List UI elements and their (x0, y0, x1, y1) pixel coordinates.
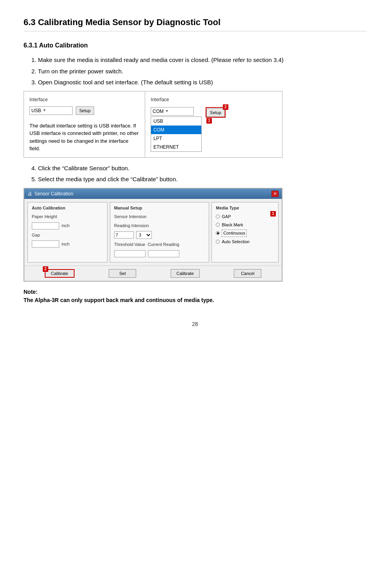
cancel-button[interactable]: Cancel (234, 269, 261, 278)
interface-select-com[interactable]: COM ▼ (151, 107, 194, 116)
page-number: 28 (24, 320, 366, 328)
radio-blackmark[interactable]: Black Mark (216, 222, 274, 228)
paper-height-input-row: inch (32, 222, 103, 229)
calibrate-badge-2: 2 (43, 266, 48, 272)
current-reading-label: Current Reading (148, 241, 179, 248)
reading-intension-select[interactable]: 3 (136, 231, 152, 239)
radio-circle-autoselection[interactable] (216, 240, 220, 244)
setup-button-left[interactable]: Setup (76, 106, 94, 115)
dialog-close-button[interactable]: ✕ (272, 191, 279, 197)
radio-autoselection[interactable]: Auto Selection (216, 238, 274, 245)
threshold-input[interactable] (114, 250, 146, 257)
threshold-row: Threshold Value Current Reading (114, 241, 205, 248)
note-title: Note: (24, 288, 366, 296)
dropdown-item-com[interactable]: COM (151, 126, 201, 134)
dropdown-item-lpt[interactable]: LPT (151, 134, 201, 143)
sensor-intension-label: Sensor Intension (114, 213, 147, 220)
dialog-title: Sensor Calibration (35, 190, 73, 197)
step-4: 4. Click the “Calibrate Sensor” button. (31, 164, 366, 173)
sensor-reading-values: 3 (114, 231, 205, 239)
dropdown-item-usb[interactable]: USB (151, 117, 201, 126)
dropdown-item-ethernet[interactable]: ETHERNET (151, 143, 201, 151)
set-button[interactable]: Set (109, 269, 136, 278)
paper-height-input[interactable] (32, 222, 59, 229)
radio-gap[interactable]: GAP (216, 213, 274, 220)
sensor-calibration-dialog: 🖨 Sensor Calibration ✕ Auto Calibration … (24, 188, 282, 282)
gap-row: Gap (32, 232, 103, 238)
interface-dropdown-container: COM ▼ USB COM LPT ETHERNET (151, 107, 202, 152)
gap-label: Gap (32, 232, 59, 238)
sensor-intension-input[interactable] (114, 231, 134, 238)
radio-label-continuous: Continuous (222, 229, 247, 237)
media-type-panel: Media Type GAP Black Mark Continuous (211, 202, 279, 262)
reading-intension-label: Reading Intension (114, 222, 149, 229)
manual-setup-title: Manual Setup (114, 205, 205, 211)
radio-label-blackmark: Black Mark (222, 222, 243, 228)
auto-cal-title: Auto Calibration (32, 205, 103, 211)
calibrate-button-1[interactable]: Calibrate (45, 269, 75, 278)
paper-height-unit: inch (62, 222, 69, 229)
gap-input-row: inch (32, 240, 103, 248)
badge-1-right: 1 (206, 118, 212, 124)
step-3: 3. Open Diagnostic tool and set interfac… (31, 78, 366, 87)
interface-label-right: Interface (151, 96, 169, 103)
gap-input[interactable] (32, 240, 59, 248)
interface-label-left: Interface (29, 96, 48, 103)
paper-height-label: Paper Height (32, 213, 59, 220)
media-type-title: Media Type (216, 205, 274, 211)
usb-value: USB (31, 107, 41, 114)
gap-unit: inch (62, 241, 69, 248)
step-5: 5. Select the media type and click the “… (31, 175, 366, 184)
dialog-body: Auto Calibration Paper Height inch Gap i… (24, 199, 282, 266)
paper-height-row: Paper Height (32, 213, 103, 220)
note-text: The Alpha-3R can only support back mark … (24, 296, 366, 304)
page-title: 6.3 Calibrating Media Sensor by Diagnost… (24, 16, 366, 31)
threshold-label: Threshold Value (114, 241, 145, 248)
note-section: Note: The Alpha-3R can only support back… (24, 288, 366, 304)
section-title: 6.3.1 Auto Calibration (24, 41, 366, 50)
media-type-radio-group: GAP Black Mark Continuous Auto Selection (216, 213, 274, 245)
manual-setup-panel: Manual Setup Sensor Intension Reading In… (110, 202, 209, 262)
radio-circle-continuous[interactable] (216, 231, 220, 235)
radio-circle-blackmark[interactable] (216, 223, 220, 227)
dialog-titlebar: 🖨 Sensor Calibration ✕ (24, 189, 282, 199)
step-1: 1. Make sure the media is installed read… (31, 56, 366, 65)
radio-label-autoselection: Auto Selection (222, 238, 250, 245)
radio-continuous[interactable]: Continuous (216, 229, 274, 237)
interface-description: The default interface setting is USB int… (29, 122, 139, 153)
interface-select-usb[interactable]: USB ▼ (29, 106, 73, 115)
interface-comparison: Interface USB ▼ Setup The default interf… (24, 91, 282, 158)
interface-dropdown-list: USB COM LPT ETHERNET (151, 117, 202, 152)
threshold-input-row (114, 250, 205, 257)
current-reading-input[interactable] (148, 250, 179, 257)
radio-label-gap: GAP (222, 213, 231, 220)
interface-right-panel: Interface COM ▼ USB COM LPT ETHERNET (145, 91, 282, 157)
interface-left-panel: Interface USB ▼ Setup The default interf… (24, 91, 145, 157)
reading-intension-row: Reading Intension (114, 222, 205, 229)
dropdown-arrow-right: ▼ (165, 109, 169, 114)
step-2: 2. Turn on the printer power switch. (31, 67, 366, 76)
badge-2-right: 2 (223, 104, 228, 110)
com-value: COM (153, 108, 164, 115)
dialog-footer: Calibrate 2 Set Calibrate Cancel (24, 266, 282, 281)
auto-calibration-panel: Auto Calibration Paper Height inch Gap i… (27, 202, 108, 262)
dropdown-arrow-left: ▼ (43, 108, 46, 113)
sensor-intension-row: Sensor Intension (114, 213, 205, 220)
radio-circle-gap[interactable] (216, 215, 220, 218)
dialog-icon: 🖨 (27, 190, 32, 197)
media-type-badge-1: 1 (270, 211, 276, 217)
setup-button-right[interactable]: Setup (206, 108, 225, 117)
calibrate-button-2[interactable]: Calibrate (171, 269, 200, 278)
